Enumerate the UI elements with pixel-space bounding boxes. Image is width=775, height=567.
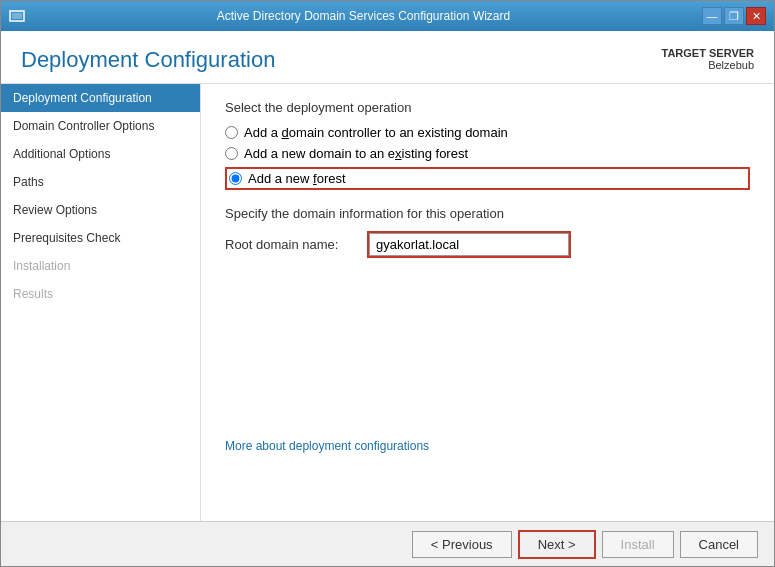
content-area: Deployment Configuration TARGET SERVER B… <box>1 31 774 566</box>
radio-existing-domain-label: Add a domain controller to an existing d… <box>244 125 508 140</box>
radio-existing-domain[interactable] <box>225 126 238 139</box>
page-header: Deployment Configuration TARGET SERVER B… <box>1 31 774 84</box>
main-window: Active Directory Domain Services Configu… <box>0 0 775 567</box>
radio-option-new-forest[interactable]: Add a new forest <box>229 171 346 186</box>
root-domain-input[interactable] <box>369 233 569 256</box>
install-button[interactable]: Install <box>602 531 674 558</box>
target-server-info: TARGET SERVER Belzebub <box>662 47 755 71</box>
cancel-button[interactable]: Cancel <box>680 531 758 558</box>
svg-rect-1 <box>12 13 22 19</box>
sidebar-item-review-options[interactable]: Review Options <box>1 196 200 224</box>
sidebar: Deployment Configuration Domain Controll… <box>1 84 201 521</box>
title-bar: Active Directory Domain Services Configu… <box>1 1 774 31</box>
server-name: Belzebub <box>662 59 755 71</box>
right-panel: Select the deployment operation Add a do… <box>201 84 774 521</box>
radio-existing-forest-label: Add a new domain to an existing forest <box>244 146 468 161</box>
page-title: Deployment Configuration <box>21 47 275 73</box>
restore-button[interactable]: ❐ <box>724 7 744 25</box>
sidebar-item-domain-controller-options[interactable]: Domain Controller Options <box>1 112 200 140</box>
footer: < Previous Next > Install Cancel <box>1 521 774 566</box>
select-operation-label: Select the deployment operation <box>225 100 750 115</box>
close-button[interactable]: ✕ <box>746 7 766 25</box>
sidebar-item-results: Results <box>1 280 200 308</box>
sidebar-item-installation: Installation <box>1 252 200 280</box>
radio-existing-forest[interactable] <box>225 147 238 160</box>
previous-button[interactable]: < Previous <box>412 531 512 558</box>
radio-group: Add a domain controller to an existing d… <box>225 125 750 190</box>
minimize-button[interactable]: — <box>702 7 722 25</box>
radio-option-existing-forest[interactable]: Add a new domain to an existing forest <box>225 146 750 161</box>
main-body: Deployment Configuration Domain Controll… <box>1 84 774 521</box>
window-title: Active Directory Domain Services Configu… <box>25 9 702 23</box>
next-button[interactable]: Next > <box>518 530 596 559</box>
radio-new-forest-label: Add a new forest <box>248 171 346 186</box>
target-server-label: TARGET SERVER <box>662 47 755 59</box>
sidebar-item-prerequisites-check[interactable]: Prerequisites Check <box>1 224 200 252</box>
domain-row: Root domain name: <box>225 231 750 258</box>
domain-label: Root domain name: <box>225 237 355 252</box>
radio-selected-new-forest: Add a new forest <box>225 167 750 190</box>
radio-option-existing-domain[interactable]: Add a domain controller to an existing d… <box>225 125 750 140</box>
window-icon <box>9 8 25 24</box>
more-link[interactable]: More about deployment configurations <box>225 439 429 453</box>
sidebar-item-paths[interactable]: Paths <box>1 168 200 196</box>
radio-new-forest[interactable] <box>229 172 242 185</box>
specify-label: Specify the domain information for this … <box>225 206 750 221</box>
window-controls: — ❐ ✕ <box>702 7 766 25</box>
sidebar-item-additional-options[interactable]: Additional Options <box>1 140 200 168</box>
sidebar-item-deployment-configuration[interactable]: Deployment Configuration <box>1 84 200 112</box>
domain-input-wrapper <box>367 231 571 258</box>
